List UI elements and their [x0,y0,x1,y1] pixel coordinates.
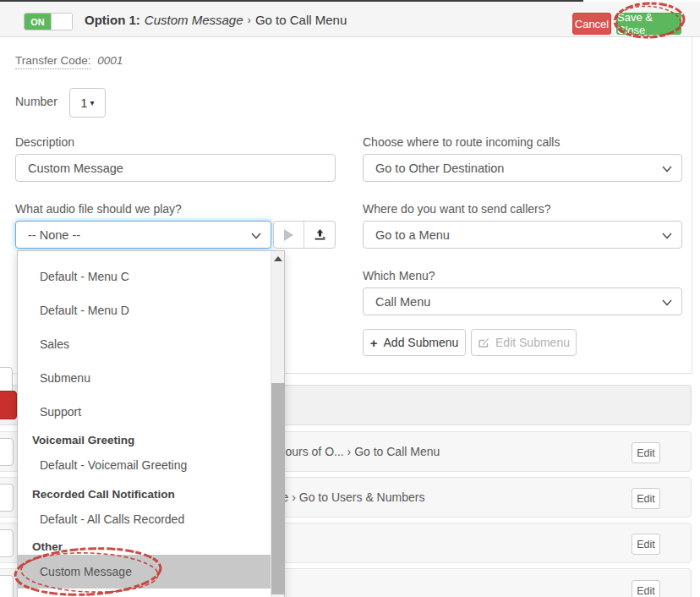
upload-icon [314,228,326,241]
send-callers-value: Go to a Menu [375,228,450,242]
panel-right-border [692,37,692,373]
transfer-code: Transfer Code: 0001 [15,54,123,67]
chevron-down-icon [662,233,672,239]
description-value: Custom Message [28,162,123,175]
route-value: Go to Other Destination [375,162,504,175]
edit-submenu-button[interactable]: Edit Submenu [471,329,577,356]
option-name-label: Custom Message [145,13,243,27]
toggle-on-label: ON [25,14,51,30]
dropdown-option[interactable]: Submenu [18,361,272,395]
number-label: Number [15,95,57,108]
add-submenu-button[interactable]: + Add Submenu [363,329,466,356]
dropdown-option[interactable]: Sales [18,327,272,361]
route-select[interactable]: Go to Other Destination [363,154,682,182]
number-value: 1 [81,96,88,110]
option-on-toggle[interactable]: ON [24,13,73,30]
active-digit-button-partial[interactable] [0,391,17,419]
audio-file-label: What audio file should we play? [15,202,182,216]
cancel-button[interactable]: Cancel [572,13,611,35]
edit-option-button[interactable]: Edit [632,488,660,509]
option-number-label: Option 1: [85,13,140,27]
edit-icon [478,337,489,348]
transfer-code-value: 0001 [97,54,123,67]
dropdown-option[interactable]: Default - Menu D [18,293,272,327]
option-row-text: t - Hours of O... › Go to Call Menu [263,432,440,471]
which-menu-label: Which Menu? [363,269,435,282]
which-menu-value: Call Menu [375,295,430,309]
arrow-up-icon [274,256,282,261]
option-header-bar: ON Option 1: Custom Message › Go to Call… [0,2,700,37]
route-label: Choose where to route incoming calls [363,135,560,149]
audio-file-value: -- None -- [28,228,80,242]
audio-file-dropdown-list: Default - Menu C Default - Menu D Sales … [17,250,285,597]
audio-action-group [273,221,336,249]
send-callers-label: Where do you want to send callers? [363,202,551,216]
plus-icon: + [370,337,378,349]
digit-button-partial[interactable] [0,575,14,597]
play-icon [284,229,293,241]
description-label: Description [15,135,74,149]
dropdown-option[interactable]: Default - Voicemail Greeting [18,448,272,482]
dropdown-option[interactable]: Default - Menu C [18,260,272,293]
audio-file-select[interactable]: -- None -- [15,221,271,249]
scrollbar-thumb[interactable] [271,383,285,594]
edit-option-button[interactable]: Edit [632,442,660,463]
dropdown-option-highlighted[interactable]: Custom Message [18,555,272,589]
digit-button-partial[interactable] [0,484,14,512]
play-audio-button[interactable] [274,222,304,248]
digit-button-partial[interactable] [0,529,14,557]
option-breadcrumb-title: Option 1: Custom Message › Go to Call Me… [85,2,347,37]
edit-option-button[interactable]: Edit [632,580,660,597]
caret-down-icon: ▾ [90,98,94,107]
which-menu-select[interactable]: Call Menu [363,288,682,315]
digit-button-partial[interactable] [0,438,14,466]
send-callers-select[interactable]: Go to a Menu [363,221,682,249]
edit-submenu-label: Edit Submenu [495,336,570,349]
breadcrumb-chevron: › [248,14,251,26]
dropdown-option[interactable]: Default - All Calls Recorded [18,502,272,536]
option-row-text: sage › Go to Users & Numbers [263,478,424,517]
edit-option-button[interactable]: Edit [632,534,660,555]
chevron-down-icon [662,299,672,306]
option-destination-label: Go to Call Menu [255,13,347,27]
upload-audio-button[interactable] [304,222,335,248]
description-input[interactable]: Custom Message [15,154,336,182]
call-menu-option-editor: ON Option 1: Custom Message › Go to Call… [0,0,700,597]
number-select[interactable]: 1 ▾ [69,88,106,118]
dropdown-scrollbar[interactable] [271,251,284,597]
toggle-knob [51,14,72,30]
transfer-code-label: Transfer Code: [15,54,91,69]
save-close-button[interactable]: Save & Close [616,13,681,35]
add-submenu-label: Add Submenu [384,336,459,349]
dropdown-option[interactable]: Support [18,395,272,429]
chevron-down-icon [662,166,672,173]
scrollbar-up-button[interactable] [271,251,285,266]
chevron-down-icon [251,233,261,239]
